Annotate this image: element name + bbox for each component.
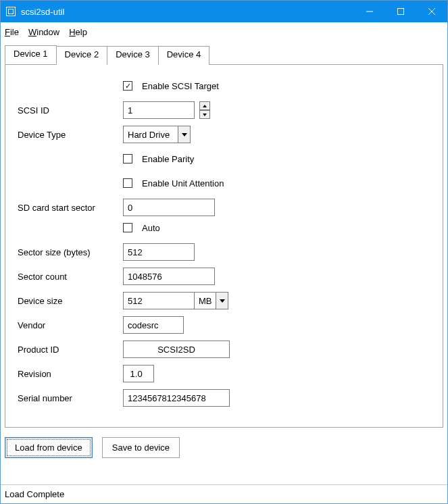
tab-device-3[interactable]: Device 3 bbox=[107, 46, 159, 65]
close-button[interactable] bbox=[416, 1, 447, 22]
tab-device-4[interactable]: Device 4 bbox=[158, 46, 210, 65]
scsi-id-down[interactable] bbox=[199, 110, 210, 119]
device-size-label: Device size bbox=[15, 296, 123, 306]
load-from-device-button[interactable]: Load from device bbox=[5, 437, 93, 458]
tab-strip: Device 1 Device 2 Device 3 Device 4 bbox=[5, 45, 443, 64]
svg-rect-1 bbox=[398, 9, 404, 15]
enable-unit-attention-checkbox[interactable] bbox=[123, 178, 132, 188]
device-type-label: Device Type bbox=[15, 130, 123, 140]
product-id-label: Product ID bbox=[15, 345, 123, 355]
enable-scsi-target-label: Enable SCSI Target bbox=[142, 81, 219, 91]
scsi-id-label: SCSI ID bbox=[15, 105, 123, 116]
enable-scsi-target-checkbox[interactable] bbox=[123, 81, 132, 91]
auto-label: Auto bbox=[142, 223, 160, 233]
sector-count-label: Sector count bbox=[15, 272, 123, 282]
menu-help[interactable]: Help bbox=[69, 27, 87, 37]
maximize-button[interactable] bbox=[385, 1, 416, 22]
title-bar: scsi2sd-util bbox=[1, 1, 447, 22]
vendor-input[interactable] bbox=[123, 316, 184, 334]
sector-count-input[interactable] bbox=[123, 268, 215, 285]
revision-input[interactable] bbox=[123, 365, 154, 382]
minimize-button[interactable] bbox=[354, 1, 385, 22]
sector-size-input[interactable] bbox=[123, 243, 195, 261]
menu-file[interactable]: File bbox=[5, 27, 19, 37]
auto-checkbox[interactable] bbox=[123, 223, 132, 232]
device-type-dropdown-icon[interactable] bbox=[178, 126, 190, 143]
serial-label: Serial number bbox=[15, 393, 123, 403]
tab-panel: Enable SCSI Target SCSI ID Device Type bbox=[5, 64, 443, 428]
device-size-input[interactable] bbox=[123, 292, 195, 309]
product-id-input[interactable] bbox=[123, 341, 230, 358]
menu-window[interactable]: Window bbox=[28, 27, 59, 37]
scsi-id-spinner bbox=[199, 101, 210, 119]
device-size-unit-dropdown-icon[interactable] bbox=[216, 293, 228, 309]
scsi-id-up[interactable] bbox=[199, 101, 210, 110]
sd-start-sector-label: SD card start sector bbox=[15, 203, 123, 213]
scsi-id-input[interactable] bbox=[123, 101, 195, 119]
sd-start-sector-input[interactable] bbox=[123, 199, 215, 216]
enable-parity-label: Enable Parity bbox=[142, 154, 194, 164]
vendor-label: Vendor bbox=[15, 320, 123, 330]
serial-input[interactable] bbox=[123, 389, 230, 407]
save-to-device-button[interactable]: Save to device bbox=[102, 437, 180, 458]
revision-label: Revision bbox=[15, 369, 123, 379]
window-title: scsi2sd-util bbox=[21, 7, 354, 17]
menu-bar: File Window Help bbox=[1, 22, 447, 41]
status-bar: Load Complete bbox=[1, 484, 447, 503]
app-icon bbox=[6, 7, 16, 16]
enable-parity-checkbox[interactable] bbox=[123, 154, 132, 163]
sector-size-label: Sector size (bytes) bbox=[15, 247, 123, 257]
tab-device-1[interactable]: Device 1 bbox=[5, 45, 57, 64]
tab-device-2[interactable]: Device 2 bbox=[56, 46, 108, 65]
enable-unit-attention-label: Enable Unit Attention bbox=[142, 178, 224, 188]
